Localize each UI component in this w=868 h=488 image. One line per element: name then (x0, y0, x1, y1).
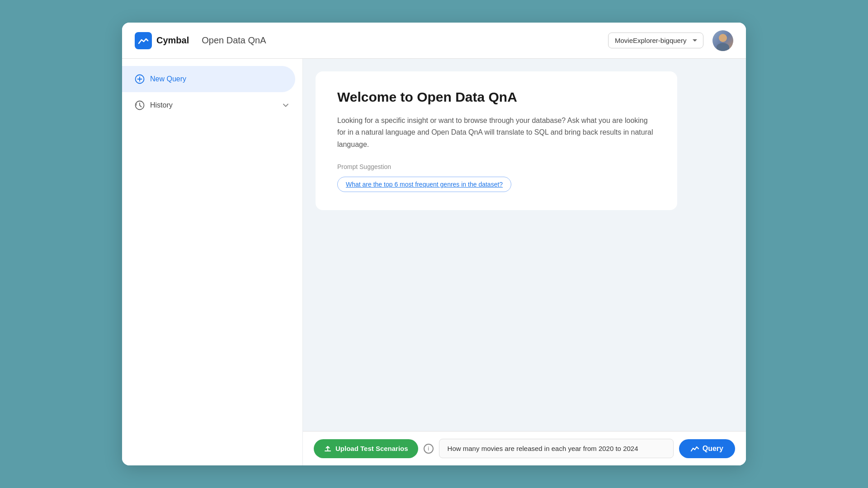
upload-test-scenarios-button[interactable]: Upload Test Scenarios (314, 439, 418, 458)
history-icon (135, 100, 145, 110)
welcome-card: Welcome to Open Data QnA Looking for a s… (316, 71, 677, 210)
logo-text: Cymbal (156, 35, 189, 46)
history-label: History (150, 101, 173, 109)
welcome-description: Looking for a specific insight or want t… (337, 115, 656, 150)
logo-icon (135, 32, 152, 49)
prompt-chip[interactable]: What are the top 6 most frequent genres … (337, 177, 511, 192)
new-query-label: New Query (150, 75, 186, 83)
sidebar: New Query History (122, 59, 303, 465)
content-area: Welcome to Open Data QnA Looking for a s… (303, 59, 746, 465)
dataset-selector[interactable]: MovieExplorer-bigquery Dataset 2 Dataset… (608, 33, 703, 48)
welcome-title: Welcome to Open Data QnA (337, 89, 656, 105)
query-button[interactable]: Query (679, 439, 735, 458)
query-icon (691, 445, 699, 453)
info-icon[interactable]: i (424, 444, 434, 454)
app-header: Cymbal Open Data QnA MovieExplorer-bigqu… (122, 23, 746, 59)
sidebar-item-history[interactable]: History (122, 92, 302, 118)
avatar[interactable] (712, 30, 733, 51)
plus-circle-icon (135, 74, 145, 84)
header-title: Open Data QnA (202, 35, 266, 46)
prompt-suggestion-label: Prompt Suggestion (337, 163, 656, 170)
chevron-down-icon (282, 101, 290, 109)
logo-area: Cymbal (135, 32, 189, 49)
sidebar-item-new-query[interactable]: New Query (122, 66, 295, 92)
content-inner: Welcome to Open Data QnA Looking for a s… (303, 59, 746, 431)
bottom-bar: Upload Test Scenarios i Query (303, 431, 746, 465)
upload-button-label: Upload Test Scenarios (335, 445, 408, 452)
query-button-label: Query (703, 445, 723, 453)
query-input[interactable] (439, 439, 674, 458)
upload-icon (324, 445, 332, 453)
